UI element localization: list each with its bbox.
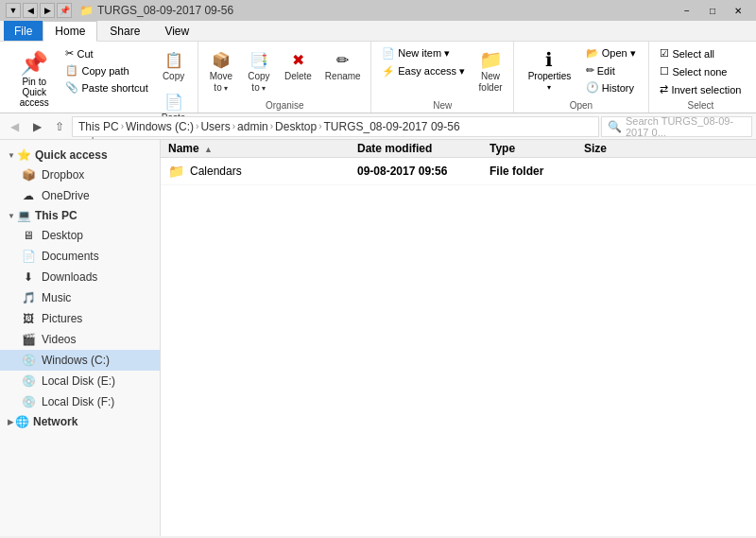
copy-to-icon: 📑 [248, 48, 270, 71]
system-menu-btn[interactable]: ▼ [6, 3, 21, 18]
sidebar-item-local-e[interactable]: 💿 Local Disk (E:) [0, 371, 160, 391]
select-none-button[interactable]: ☐ Select none [655, 63, 746, 79]
invert-icon: ⇄ [660, 83, 668, 95]
sidebar-item-pictures[interactable]: 🖼 Pictures [0, 308, 160, 329]
sidebar-item-quick-access[interactable]: ▼ ⭐ Quick access [0, 146, 160, 165]
edit-button[interactable]: ✏ Edit [581, 62, 641, 78]
history-button[interactable]: 🕐 History [581, 79, 641, 95]
desktop-label: Desktop [42, 229, 83, 242]
cut-button[interactable]: ✂ Cut [60, 45, 152, 61]
select-all-label: Select all [672, 48, 714, 60]
sidebar-item-windows-c[interactable]: 💿 Windows (C:) [0, 350, 160, 371]
table-row[interactable]: 📁 Calendars 09-08-2017 09:56 File folder [161, 158, 756, 185]
sidebar-item-dropbox[interactable]: 📦 Dropbox [0, 165, 160, 185]
copy-icon: 📋 [163, 48, 185, 71]
paste-shortcut-label: Paste shortcut [81, 82, 147, 94]
rename-button[interactable]: ✏ Rename [320, 45, 366, 85]
breadcrumb-users[interactable]: Users [200, 120, 230, 133]
new-folder-button[interactable]: 📁 Newfolder [473, 45, 507, 96]
downloads-label: Downloads [42, 270, 97, 284]
title-bar-controls: ▼ ◀ ▶ 📌 [6, 3, 72, 18]
sidebar-item-onedrive[interactable]: ☁ OneDrive [0, 185, 160, 206]
select-all-button[interactable]: ☑ Select all [655, 45, 746, 61]
pin-btn[interactable]: 📌 [57, 3, 72, 18]
pictures-label: Pictures [42, 312, 82, 325]
history-icon: 🕐 [586, 81, 599, 94]
file-date-cell: 09-08-2017 09:56 [350, 163, 482, 180]
navigation-bar: ◀ ▶ ⇧ This PC › Windows (C:) › Users › a… [0, 113, 756, 140]
invert-label: Invert selection [671, 84, 741, 95]
paste-shortcut-button[interactable]: 📎 Paste shortcut [60, 79, 152, 95]
select-all-icon: ☑ [660, 47, 669, 60]
col-date-header[interactable]: Date modified [350, 140, 482, 157]
back-arrow[interactable]: ◀ [4, 116, 25, 137]
breadcrumb-desktop[interactable]: Desktop [275, 120, 317, 133]
back-btn[interactable]: ◀ [23, 3, 38, 18]
column-headers: Name ▲ Date modified Type Size [161, 140, 756, 158]
breadcrumb-bar[interactable]: This PC › Windows (C:) › Users › admin ›… [72, 116, 599, 137]
move-to-button[interactable]: 📦 Moveto ▾ [204, 45, 238, 96]
open-content: ℹ Properties ▾ 📂 Open ▾ ✏ Edit 🕐 History [522, 45, 641, 98]
tab-file[interactable]: File [4, 21, 43, 41]
sidebar-item-desktop[interactable]: 🖥 Desktop [0, 225, 160, 246]
close-button[interactable]: ✕ [726, 3, 750, 18]
file-size-cell [576, 169, 652, 173]
breadcrumb-windows-c[interactable]: Windows (C:) [126, 120, 194, 133]
col-name-header[interactable]: Name ▲ [161, 140, 350, 157]
expand-icon: ▼ [8, 151, 15, 160]
quick-access-label: Quick access [35, 148, 108, 162]
delete-button[interactable]: ✖ Delete [280, 45, 317, 85]
organise-content: 📦 Moveto ▾ 📑 Copyto ▾ ✖ Delete ✏ Rename [204, 45, 366, 98]
sidebar-item-documents[interactable]: 📄 Documents [0, 246, 160, 267]
sidebar-item-this-pc[interactable]: ▼ 💻 This PC [0, 206, 160, 225]
title-bar: ▼ ◀ ▶ 📌 📁 TURGS_08-09-2017 09-56 − □ ✕ [0, 0, 756, 21]
quick-access-icon: ⭐ [17, 148, 31, 162]
copy-button[interactable]: 📋 Copy [157, 45, 191, 85]
sidebar-item-local-f[interactable]: 💿 Local Disk (F:) [0, 391, 160, 412]
select-none-label: Select none [672, 66, 727, 78]
tab-share[interactable]: Share [97, 21, 152, 41]
ribbon-tabs: File Home Share View [0, 21, 756, 42]
properties-button[interactable]: ℹ Properties ▾ [522, 45, 577, 95]
tab-home[interactable]: Home [43, 21, 97, 42]
cut-label: Cut [77, 48, 93, 60]
easy-access-button[interactable]: ⚡ Easy access ▾ [377, 63, 470, 79]
col-size-header[interactable]: Size [576, 140, 652, 157]
pin-to-quick-access-button[interactable]: 📌 Pin to Quickaccess [11, 45, 57, 113]
desktop-icon: 🖥 [21, 228, 36, 243]
properties-icon: ℹ [545, 48, 553, 71]
copy-path-button[interactable]: 📋 Copy path [60, 62, 152, 78]
minimize-button[interactable]: − [675, 3, 699, 18]
breadcrumb-admin[interactable]: admin [237, 120, 268, 133]
breadcrumb-current[interactable]: TURGS_08-09-2017 09-56 [323, 120, 459, 133]
open-stack: 📂 Open ▾ ✏ Edit 🕐 History [581, 45, 641, 95]
up-arrow[interactable]: ⇧ [49, 116, 70, 137]
sidebar-item-network[interactable]: ▶ 🌐 Network [0, 412, 160, 431]
maximize-button[interactable]: □ [700, 3, 725, 18]
sidebar-item-videos[interactable]: 🎬 Videos [0, 329, 160, 350]
sidebar-item-downloads[interactable]: ⬇ Downloads [0, 267, 160, 287]
select-label: Select [687, 100, 713, 111]
col-type-header[interactable]: Type [482, 140, 576, 157]
file-name-cell: 📁 Calendars [161, 162, 350, 181]
network-expand-icon: ▶ [8, 418, 13, 426]
ribbon: 📌 Pin to Quickaccess ✂ Cut 📋 Copy path 📎… [0, 42, 756, 113]
invert-selection-button[interactable]: ⇄ Invert selection [655, 81, 746, 97]
videos-icon: 🎬 [21, 332, 36, 347]
search-bar[interactable]: 🔍 Search TURGS_08-09-2017 0... [601, 116, 752, 137]
sidebar-item-music[interactable]: 🎵 Music [0, 287, 160, 308]
forward-btn[interactable]: ▶ [40, 3, 55, 18]
new-item-button[interactable]: 📄 New item ▾ [377, 45, 470, 61]
move-label: Moveto ▾ [210, 71, 232, 94]
open-button[interactable]: 📂 Open ▾ [581, 45, 641, 61]
open-icon: 📂 [586, 47, 599, 60]
windows-c-icon: 💿 [21, 353, 36, 368]
copy-to-label: Copyto ▾ [248, 71, 269, 94]
breadcrumb-this-pc[interactable]: This PC [78, 120, 119, 133]
organise-label: Organise [266, 100, 304, 111]
copy-to-button[interactable]: 📑 Copyto ▾ [242, 45, 276, 96]
tab-view[interactable]: View [152, 21, 201, 41]
clipboard-group: 📌 Pin to Quickaccess ✂ Cut 📋 Copy path 📎… [4, 42, 198, 113]
new-item-icon: 📄 [382, 47, 395, 60]
forward-arrow[interactable]: ▶ [26, 116, 47, 137]
